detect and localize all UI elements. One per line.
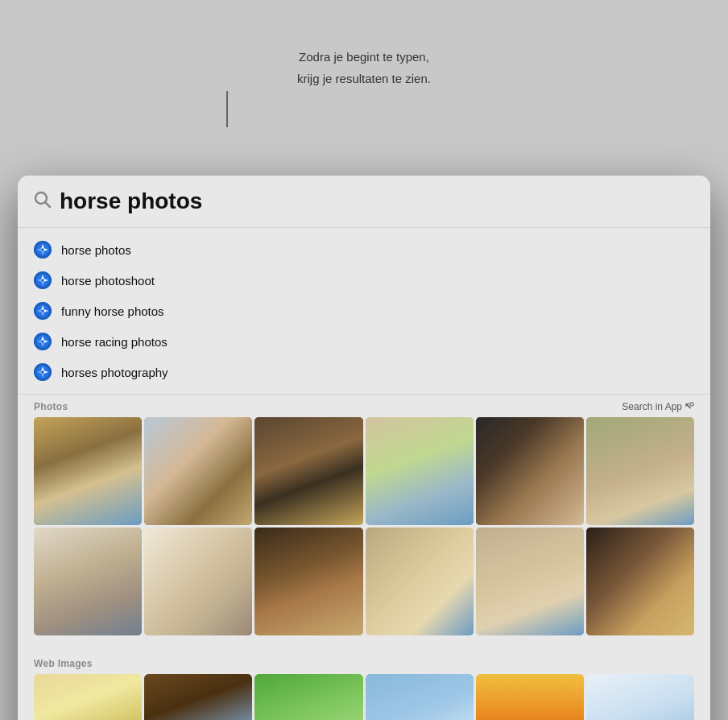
- suggestions-list: horse photos horse photoshoot: [18, 228, 710, 395]
- spotlight-window: horse photos horse photos: [18, 176, 710, 720]
- callout-line: [226, 91, 228, 127]
- tooltip-text-line1: Zodra je begint te typen,: [299, 48, 429, 67]
- photo-thumb[interactable]: [254, 417, 362, 525]
- web-image-thumb[interactable]: [144, 674, 252, 720]
- photo-thumb[interactable]: [366, 417, 474, 525]
- suggestion-text-2: horse photoshoot: [61, 274, 155, 288]
- tooltip-callout: Zodra je begint te typen, krijg je resul…: [18, 48, 710, 127]
- web-images-section-title: Web Images: [34, 658, 93, 669]
- suggestion-text-5: horses photography: [61, 366, 168, 379]
- safari-icon-2: [34, 271, 52, 289]
- suggestion-item[interactable]: funny horse photos: [18, 296, 710, 326]
- photos-section-title: Photos: [34, 401, 68, 412]
- svg-rect-32: [690, 403, 693, 406]
- search-in-app-label: Search in App: [622, 401, 682, 412]
- photo-thumb[interactable]: [586, 528, 694, 635]
- photo-thumb[interactable]: [476, 417, 584, 525]
- web-image-thumb[interactable]: [34, 674, 142, 720]
- photo-thumb[interactable]: [34, 417, 142, 525]
- photos-section-header: Photos Search in App: [18, 395, 710, 417]
- web-image-thumb[interactable]: [254, 674, 362, 720]
- svg-line-1: [46, 202, 51, 207]
- search-query[interactable]: horse photos: [60, 188, 694, 214]
- web-image-thumb[interactable]: [476, 674, 584, 720]
- suggestion-item[interactable]: horse racing photos: [18, 326, 710, 357]
- web-images-section-header: Web Images: [18, 652, 710, 674]
- search-icon: [34, 191, 52, 213]
- photo-thumb[interactable]: [254, 528, 362, 635]
- photo-thumb[interactable]: [34, 528, 142, 635]
- safari-icon-1: [34, 241, 52, 259]
- suggestion-text-1: horse photos: [61, 243, 131, 257]
- photo-thumb[interactable]: [476, 528, 584, 635]
- search-bar: horse photos: [18, 176, 710, 228]
- photo-thumb[interactable]: [366, 528, 474, 635]
- web-images-grid: [18, 674, 710, 720]
- suggestion-text-4: horse racing photos: [61, 335, 168, 349]
- photos-grid: [18, 417, 710, 645]
- web-image-thumb[interactable]: [366, 674, 474, 720]
- safari-icon-4: [34, 333, 52, 350]
- photo-thumb[interactable]: [144, 417, 252, 525]
- suggestion-item[interactable]: horse photos: [18, 234, 710, 265]
- safari-icon-5: [34, 363, 52, 381]
- external-link-icon: [685, 402, 694, 412]
- web-image-thumb[interactable]: [586, 674, 694, 720]
- suggestion-text-3: funny horse photos: [61, 304, 164, 318]
- suggestion-item[interactable]: horse photoshoot: [18, 265, 710, 296]
- search-in-app-button[interactable]: Search in App: [622, 401, 694, 412]
- suggestion-item[interactable]: horses photography: [18, 357, 710, 387]
- tooltip-text-line2: krijg je resultaten te zien.: [297, 70, 431, 89]
- photo-thumb[interactable]: [586, 417, 694, 525]
- safari-icon-3: [34, 302, 52, 320]
- photo-thumb[interactable]: [144, 528, 252, 635]
